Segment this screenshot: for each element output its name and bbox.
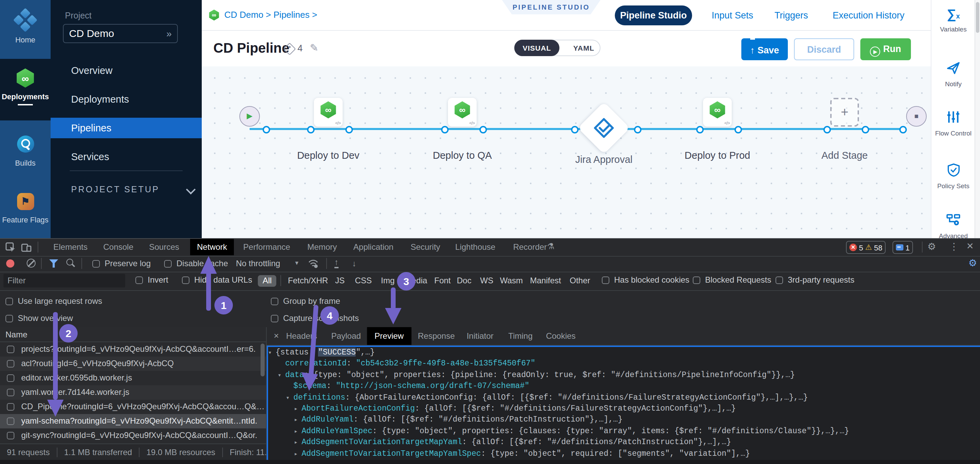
pipeline-canvas[interactable]: ▶ ∞ </> ∞ </> ∞ </> + ■ xyxy=(202,66,931,238)
kebab-menu-icon[interactable]: ⋮ xyxy=(949,241,959,252)
close-devtools-icon[interactable]: ✕ xyxy=(966,241,974,251)
devtools-tab-security[interactable]: Security xyxy=(410,239,441,255)
notify-button[interactable]: Notify xyxy=(931,60,975,89)
detail-tab-preview[interactable]: Preview xyxy=(367,327,411,345)
preserve-log-checkbox[interactable] xyxy=(92,258,100,269)
tab-pipeline-studio[interactable]: Pipeline Studio xyxy=(615,5,692,26)
sidebar-item-builds[interactable]: Builds xyxy=(0,120,51,179)
tab-triggers[interactable]: Triggers xyxy=(771,5,812,26)
devtools-tab-console[interactable]: Console xyxy=(103,239,134,255)
has-blocked-cookies-checkbox[interactable] xyxy=(602,275,609,285)
save-button[interactable]: ↑Save xyxy=(741,38,788,60)
stage-deploy-to-dev[interactable]: ∞ </> xyxy=(314,98,343,127)
hide-data-urls-checkbox[interactable] xyxy=(182,275,189,285)
capture-screenshots-label[interactable]: Capture screenshots xyxy=(283,313,359,323)
project-setup-label[interactable]: PROJECT SETUP xyxy=(71,185,160,195)
variables-button[interactable]: ∑x Variables xyxy=(931,5,975,34)
filter-type-other[interactable]: Other xyxy=(570,275,590,287)
edit-pencil-icon[interactable]: ✎ xyxy=(310,42,318,54)
hide-data-urls-label[interactable]: Hide data URLs xyxy=(194,275,252,285)
devtools-tab-application[interactable]: Application xyxy=(353,239,393,255)
network-settings-gear-icon[interactable]: ⚙ xyxy=(968,257,977,268)
project-selector[interactable]: CD Demo» xyxy=(63,24,178,43)
json-line[interactable]: ▸AbortFailureActionConfig: {allOf: [{$re… xyxy=(268,403,980,415)
sidebar-item-deployments[interactable]: ∞ Deployments xyxy=(0,59,51,120)
sidebar-item-overview[interactable]: Overview xyxy=(51,60,202,81)
detail-tab-response[interactable]: Response xyxy=(418,327,455,345)
show-overview-checkbox[interactable] xyxy=(5,313,13,323)
settings-gear-icon[interactable]: ⚙ xyxy=(928,241,936,252)
pipeline-start-node[interactable]: ▶ xyxy=(239,106,260,127)
request-row[interactable]: projects?routingId=6_vVHzo9Qeu9fXvj-AcbC… xyxy=(0,342,266,357)
stage-deploy-to-qa[interactable]: ∞ </> xyxy=(448,98,477,127)
pipeline-end-node[interactable]: ■ xyxy=(906,106,927,127)
sidebar-item-pipelines[interactable]: Pipelines xyxy=(51,118,202,138)
preserve-log-label[interactable]: Preserve log xyxy=(105,258,151,269)
inspect-element-icon[interactable] xyxy=(5,242,16,252)
request-row[interactable]: yaml.worker.7d144e.worker.js xyxy=(0,385,266,400)
network-conditions-icon[interactable] xyxy=(308,259,319,268)
request-row[interactable]: acl?routingId=6_vVHzo9Qeu9fXvj-AcbCQ xyxy=(0,357,266,371)
filter-type-manifest[interactable]: Manifest xyxy=(530,275,561,287)
capture-screenshots-checkbox[interactable] xyxy=(271,313,278,323)
detail-tab-timing[interactable]: Timing xyxy=(508,327,532,345)
policy-sets-button[interactable]: Policy Sets xyxy=(931,163,975,191)
detail-tab-cookies[interactable]: Cookies xyxy=(546,327,576,345)
json-line[interactable]: ▸AddSegmentToVariationTargetMapYaml: {al… xyxy=(268,437,980,448)
json-line[interactable]: ▸AddRuleYamlSpec: {type: "object", prope… xyxy=(268,425,980,437)
close-detail-icon[interactable]: × xyxy=(269,327,283,345)
devtools-tab-network[interactable]: Network xyxy=(190,239,234,255)
filter-type-js[interactable]: JS xyxy=(335,275,345,287)
filter-type-ws[interactable]: WS xyxy=(480,275,493,287)
filter-funnel-icon[interactable] xyxy=(49,259,58,268)
blocked-requests-checkbox[interactable] xyxy=(693,275,700,285)
filter-input[interactable] xyxy=(3,274,125,287)
search-icon[interactable] xyxy=(66,259,73,266)
sidebar-item-feature-flags[interactable]: ⚑ Feature Flags xyxy=(0,179,51,238)
chevron-down-icon[interactable] xyxy=(186,185,196,195)
filter-type-wasm[interactable]: Wasm xyxy=(500,275,523,287)
detail-tab-payload[interactable]: Payload xyxy=(331,327,361,345)
sidebar-item-services[interactable]: Services xyxy=(51,147,202,167)
blocked-requests-label[interactable]: Blocked Requests xyxy=(705,275,771,285)
detail-tab-initiator[interactable]: Initiator xyxy=(467,327,494,345)
json-line[interactable]: ▾data: {type: "object", properties: {pip… xyxy=(268,370,980,381)
group-by-frame-checkbox[interactable] xyxy=(271,297,278,306)
window-scrollbar[interactable] xyxy=(975,0,980,238)
preview-json-tree[interactable]: ▾{status: "SUCCESS",…} correlationId: "c… xyxy=(267,346,980,460)
disable-cache-label[interactable]: Disable cache xyxy=(177,258,228,269)
json-root-line[interactable]: ▾{status: "SUCCESS",…} xyxy=(268,347,980,358)
breadcrumb[interactable]: CD Demo > Pipelines > xyxy=(224,10,317,20)
visual-yaml-toggle[interactable]: VISUAL YAML xyxy=(514,40,600,56)
flow-control-button[interactable]: Flow Control xyxy=(931,110,975,138)
run-button[interactable]: ▶Run xyxy=(860,38,911,60)
record-button[interactable] xyxy=(6,259,14,268)
third-party-requests-label[interactable]: 3rd-party requests xyxy=(788,275,854,285)
devtools-tab-elements[interactable]: Elements xyxy=(53,239,88,255)
filter-type-fetch-xhr[interactable]: Fetch/XHR xyxy=(288,275,328,287)
json-line[interactable]: ▸AddSegmentToVariationTargetMapYamlSpec:… xyxy=(268,448,980,459)
devtools-tab-memory[interactable]: Memory xyxy=(307,239,337,255)
detail-tab-headers[interactable]: Headers xyxy=(286,327,317,345)
filter-type-font[interactable]: Font xyxy=(434,275,451,287)
disable-cache-checkbox[interactable] xyxy=(164,258,172,269)
filter-type-all[interactable]: All xyxy=(258,275,277,287)
name-column-header[interactable]: Name xyxy=(0,327,266,342)
json-line[interactable]: $schema: "http://json-schema.org/draft-0… xyxy=(268,381,980,392)
export-har-icon[interactable]: ↓ xyxy=(352,258,356,269)
filter-type-doc[interactable]: Doc xyxy=(457,275,471,287)
invert-checkbox[interactable] xyxy=(135,275,143,285)
sidebar-item-home[interactable]: Home xyxy=(0,0,51,59)
filter-type-css[interactable]: CSS xyxy=(355,275,372,287)
devtools-tab-recorder[interactable]: Recorder xyxy=(513,239,547,255)
tab-input-sets[interactable]: Input Sets xyxy=(708,5,756,26)
sidebar-item-deployments-nav[interactable]: Deployments xyxy=(51,89,202,110)
discard-button[interactable]: Discard xyxy=(794,38,854,60)
third-party-requests-checkbox[interactable] xyxy=(776,275,783,285)
request-row-selected[interactable]: yaml-schema?routingId=6_vVHzo9Qeu9fXvj-A… xyxy=(0,414,266,429)
show-overview-label[interactable]: Show overview xyxy=(18,313,73,323)
json-line[interactable]: correlationId: "cb54c3b2-9ffe-49f8-a48e-… xyxy=(268,358,980,370)
group-by-frame-label[interactable]: Group by frame xyxy=(283,297,340,306)
invert-label[interactable]: Invert xyxy=(148,275,168,285)
devtools-tab-sources[interactable]: Sources xyxy=(149,239,179,255)
